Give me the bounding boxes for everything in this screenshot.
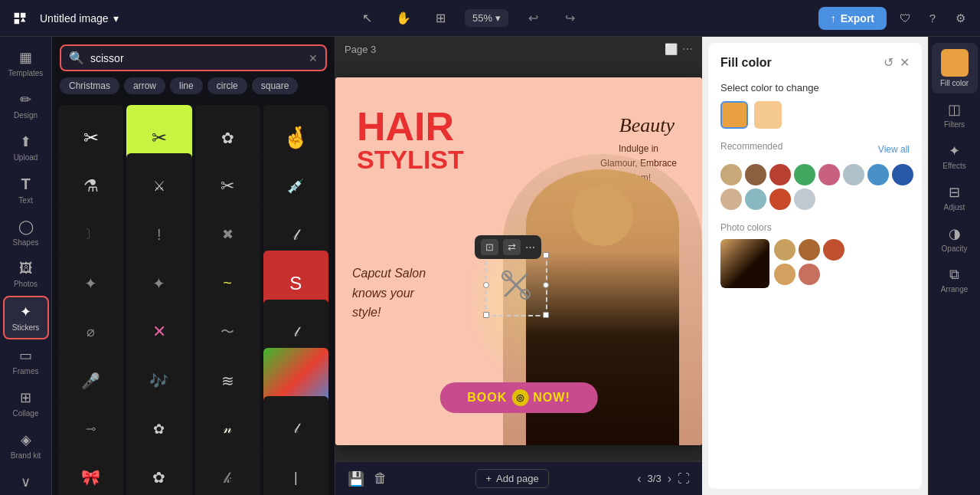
app-logo[interactable] — [9, 8, 31, 29]
filters-icon: ◫ — [948, 101, 961, 118]
right-strip-opacity[interactable]: ◑ Opacity — [932, 219, 978, 259]
rec-color-8[interactable] — [892, 164, 913, 185]
color-swatch-secondary[interactable] — [754, 101, 782, 129]
opacity-icon: ◑ — [949, 225, 961, 242]
sticker-toolbar: ⊡ ⇄ ⋯ — [475, 235, 541, 259]
shield-icon[interactable]: 🛡 — [894, 8, 916, 29]
sidebar-label-upload: Upload — [14, 153, 38, 162]
search-input[interactable] — [90, 52, 302, 64]
sidebar-item-brand[interactable]: ◈ Brand kit — [3, 425, 49, 466]
rec-color-7[interactable] — [867, 164, 889, 185]
delete-icon[interactable]: 🗑 — [374, 470, 387, 487]
photo-thumbnail — [720, 239, 769, 288]
photo-color-4[interactable] — [774, 264, 795, 285]
tag-circle[interactable]: circle — [207, 77, 247, 94]
rec-color-4[interactable] — [794, 164, 815, 185]
sidebar-item-templates[interactable]: ▦ Templates — [3, 43, 49, 84]
right-strip-fill-color[interactable]: Fill color — [932, 43, 978, 93]
templates-icon: ▦ — [19, 49, 32, 66]
sidebar-item-shapes[interactable]: ◯ Shapes — [3, 212, 49, 253]
tag-christmas[interactable]: Christmas — [60, 77, 119, 94]
fill-color-close-icon[interactable]: ✕ — [900, 55, 910, 70]
fill-color-refresh-icon[interactable]: ↺ — [884, 55, 893, 70]
title-dropdown-icon[interactable]: ▾ — [113, 12, 119, 25]
settings-icon[interactable]: ⚙ — [949, 8, 971, 29]
prev-page-button[interactable]: ‹ — [637, 472, 641, 486]
canvas-wrapper[interactable]: HAIR STYLIST Beauty Indulge inGlamour, E… — [335, 61, 702, 461]
sidebar-item-frames[interactable]: ▭ Frames — [3, 341, 49, 382]
next-page-button[interactable]: › — [668, 472, 671, 486]
sidebar-label-shapes: Shapes — [13, 238, 39, 247]
search-box[interactable]: 🔍 ✕ — [60, 44, 327, 71]
photo-color-2[interactable] — [799, 239, 820, 261]
topbar-center: ↖ ✋ ⊞ 55% ▾ ↩ ↪ — [128, 6, 809, 31]
layout-tool[interactable]: ⊞ — [428, 6, 452, 31]
view-all-button[interactable]: View all — [878, 144, 910, 155]
sidebar-item-collapse[interactable]: ∨ — [3, 467, 49, 495]
sidebar-left: ▦ Templates ✏ Design ⬆ Upload T Text ◯ S… — [0, 37, 52, 495]
rec-color-9[interactable] — [720, 188, 742, 210]
color-swatch-primary[interactable] — [720, 101, 748, 129]
export-button[interactable]: ↑ Export — [818, 7, 887, 30]
search-area: 🔍 ✕ — [52, 37, 335, 77]
sidebar-item-photos[interactable]: 🖼 Photos — [3, 254, 49, 294]
save-icon[interactable]: 💾 — [348, 470, 364, 487]
sticker-crop-tool[interactable]: ⊡ — [481, 239, 498, 255]
select-tool[interactable]: ↖ — [354, 6, 379, 31]
sidebar-item-upload[interactable]: ⬆ Upload — [3, 127, 49, 168]
photo-color-1[interactable] — [774, 239, 795, 261]
rec-color-11[interactable] — [769, 188, 791, 210]
export-icon: ↑ — [831, 12, 836, 25]
right-strip-adjust[interactable]: ⊟ Adjust — [932, 178, 978, 218]
clear-search-icon[interactable]: ✕ — [309, 52, 318, 64]
export-label: Export — [841, 12, 874, 25]
right-strip-effects[interactable]: ✦ Effects — [932, 136, 978, 176]
rec-color-6[interactable] — [843, 164, 864, 185]
tag-arrow[interactable]: arrow — [124, 77, 165, 94]
sticker-flip-tool[interactable]: ⇄ — [503, 239, 521, 255]
search-icon: 🔍 — [69, 51, 84, 65]
rec-color-1[interactable] — [720, 164, 742, 185]
sidebar-item-stickers[interactable]: ✦ Stickers — [3, 296, 49, 339]
photo-color-3[interactable] — [823, 239, 844, 261]
sticker-more-tool[interactable]: ⋯ — [525, 241, 535, 253]
fullscreen-button[interactable]: ⛶ — [678, 472, 690, 486]
sidebar-label-design: Design — [14, 111, 38, 120]
zoom-control[interactable]: 55% ▾ — [465, 9, 508, 27]
right-strip-filters[interactable]: ◫ Filters — [932, 95, 978, 135]
sidebar-item-collage[interactable]: ⊞ Collage — [3, 383, 49, 424]
right-strip-arrange[interactable]: ⧉ Arrange — [932, 261, 978, 300]
rec-color-3[interactable] — [769, 164, 791, 185]
canvas-stylist-text: STYLIST — [357, 146, 464, 172]
page-expand-icon[interactable]: ⬜ — [665, 43, 678, 55]
sticker-item[interactable]: 🎀 — [58, 445, 123, 495]
document-title-area[interactable]: Untitled image ▾ — [40, 12, 119, 25]
canvas-area: Page 3 ⬜ ⋯ HAIR STYLIST Beauty Indulge — [335, 37, 702, 495]
page-more-icon[interactable]: ⋯ — [682, 43, 693, 55]
tag-square[interactable]: square — [252, 77, 299, 94]
photo-colors-label: Photo colors — [720, 222, 910, 233]
hand-tool[interactable]: ✋ — [391, 6, 416, 31]
sidebar-label-frames: Frames — [13, 367, 39, 375]
sidebar-item-text[interactable]: T Text — [3, 169, 49, 211]
canvas-beauty-text: Beauty — [619, 114, 675, 137]
rec-color-2[interactable] — [745, 164, 766, 185]
topbar-utility-icons: 🛡 ? ⚙ — [894, 8, 971, 29]
rec-color-10[interactable] — [745, 188, 766, 210]
sticker-item[interactable]: ✿ — [126, 445, 191, 495]
canvas-book-btn[interactable]: BOOK ◎ NOW! — [439, 382, 597, 413]
sticker-item[interactable]: | — [263, 445, 328, 495]
photo-color-5[interactable] — [799, 264, 820, 285]
add-page-button[interactable]: + Add page — [475, 469, 548, 488]
fill-color-indicator — [941, 49, 969, 77]
sidebar-item-design[interactable]: ✏ Design — [3, 85, 49, 126]
tag-line[interactable]: line — [170, 77, 203, 94]
rec-color-12[interactable] — [794, 188, 815, 210]
redo-button[interactable]: ↪ — [557, 6, 582, 31]
undo-button[interactable]: ↩ — [521, 6, 545, 31]
sticker-item[interactable]: 𝓀 — [195, 445, 260, 495]
help-icon[interactable]: ? — [922, 8, 943, 29]
rec-color-5[interactable] — [818, 164, 840, 185]
canvas-frame[interactable]: HAIR STYLIST Beauty Indulge inGlamour, E… — [335, 77, 702, 445]
sticker-selected[interactable] — [485, 254, 547, 316]
